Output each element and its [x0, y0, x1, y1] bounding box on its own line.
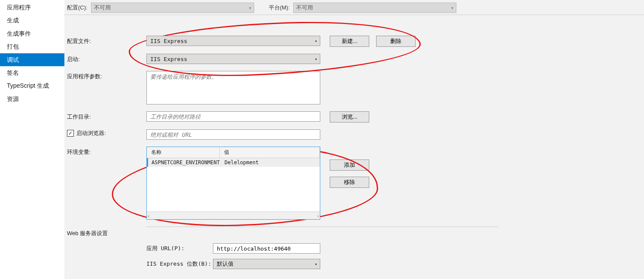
chevron-down-icon: ▾ [315, 262, 317, 267]
env-cell-value: Delelopment [221, 159, 320, 166]
profile-row: 配置文件: IIS Express ▾ 新建... 删除 [67, 36, 641, 47]
profile-dropdown[interactable]: IIS Express ▾ [146, 36, 320, 46]
scroll-left-icon[interactable]: ‹ [148, 213, 149, 218]
profile-value: IIS Express [150, 38, 187, 44]
env-table-header: 名称 值 [147, 147, 320, 158]
sidebar-item-signing[interactable]: 签名 [0, 66, 64, 79]
delete-profile-button[interactable]: 删除 [376, 36, 416, 47]
args-row: 应用程序参数: [67, 71, 641, 104]
sidebar-item-application[interactable]: 应用程序 [0, 1, 64, 14]
iis-bits-row: IIS Express 位数(B): 默认值 ▾ [146, 259, 641, 269]
config-label: 配置(C): [67, 4, 88, 12]
sidebar-item-build[interactable]: 生成 [0, 14, 64, 27]
iis-bits-dropdown[interactable]: 默认值 ▾ [213, 259, 320, 269]
launch-label: 启动: [67, 54, 146, 63]
launch-row: 启动: IIS Express ▾ [67, 54, 641, 64]
sidebar-item-debug[interactable]: 调试 [0, 53, 64, 66]
iis-bits-value: 默认值 [217, 260, 234, 268]
app-url-row: 应用 URL(P): [146, 243, 641, 254]
env-add-button[interactable]: 添加 [330, 159, 369, 171]
env-label: 环境变量: [67, 147, 146, 156]
config-value: 不可用 [94, 4, 111, 12]
launch-browser-url-input[interactable] [146, 129, 320, 140]
env-col-name: 名称 [147, 147, 220, 158]
launch-browser-label: 启动浏览器: [76, 129, 106, 137]
args-label: 应用程序参数: [67, 71, 146, 80]
env-table-body: ASPNETCORE_ENVIRONMENT Delelopment [147, 158, 320, 212]
sidebar-item-resources[interactable]: 资源 [0, 92, 64, 105]
env-table-row[interactable]: ASPNETCORE_ENVIRONMENT Delelopment [147, 158, 320, 167]
debug-form: 配置文件: IIS Express ▾ 新建... 删除 启动: IIS Exp… [64, 15, 644, 269]
workdir-label: 工作目录: [67, 111, 146, 121]
sidebar-item-typescript[interactable]: TypeScript 生成 [0, 79, 64, 92]
env-scrollbar[interactable]: ‹ › [147, 212, 320, 219]
args-textarea[interactable] [146, 71, 320, 104]
env-side-buttons: 添加 移除 [330, 159, 369, 188]
app-url-label: 应用 URL(P): [146, 245, 213, 252]
iis-bits-label: IIS Express 位数(B): [146, 260, 213, 268]
sidebar-item-package[interactable]: 打包 [0, 40, 64, 53]
launch-dropdown[interactable]: IIS Express ▾ [146, 54, 320, 64]
chevron-down-icon: ▾ [451, 6, 453, 10]
launch-browser-checkbox[interactable]: ✓ [67, 130, 74, 137]
web-server-settings: 应用 URL(P): IIS Express 位数(B): 默认值 ▾ [146, 243, 641, 269]
env-col-value: 值 [220, 147, 320, 158]
env-remove-button[interactable]: 移除 [330, 177, 369, 188]
main-panel: 配置(C): 不可用 ▾ 平台(M): 不可用 ▾ 配置文件: IIS Expr… [64, 0, 644, 279]
chevron-down-icon: ▾ [315, 57, 317, 61]
chevron-down-icon: ▾ [315, 39, 317, 43]
platform-label: 平台(M): [269, 4, 290, 12]
app-url-input[interactable] [213, 243, 320, 254]
env-table[interactable]: 名称 值 ASPNETCORE_ENVIRONMENT Delelopment … [146, 147, 320, 220]
config-platform-bar: 配置(C): 不可用 ▾ 平台(M): 不可用 ▾ [64, 1, 644, 15]
workdir-input[interactable] [146, 111, 320, 122]
web-server-section-title: Web 服务器设置 [67, 229, 641, 243]
launch-browser-label-wrap: ✓ 启动浏览器: [67, 129, 146, 137]
sidebar: 应用程序 生成 生成事件 打包 调试 签名 TypeScript 生成 资源 [0, 0, 64, 279]
platform-value: 不可用 [296, 4, 313, 12]
section-separator [146, 227, 498, 227]
profile-label: 配置文件: [67, 36, 146, 45]
launch-browser-row: ✓ 启动浏览器: [67, 129, 641, 140]
sidebar-item-build-events[interactable]: 生成事件 [0, 27, 64, 40]
env-cell-name: ASPNETCORE_ENVIRONMENT [148, 159, 221, 166]
scroll-right-icon[interactable]: › [317, 213, 319, 218]
chevron-down-icon: ▾ [249, 6, 251, 10]
launch-value: IIS Express [150, 56, 187, 62]
env-row: 环境变量: 名称 值 ASPNETCORE_ENVIRONMENT Delelo… [67, 147, 641, 220]
browse-button[interactable]: 浏览... [330, 111, 369, 123]
workdir-row: 工作目录: 浏览... [67, 111, 641, 123]
new-profile-button[interactable]: 新建... [330, 36, 369, 47]
config-dropdown: 不可用 ▾ [91, 3, 254, 13]
platform-dropdown: 不可用 ▾ [293, 3, 456, 13]
